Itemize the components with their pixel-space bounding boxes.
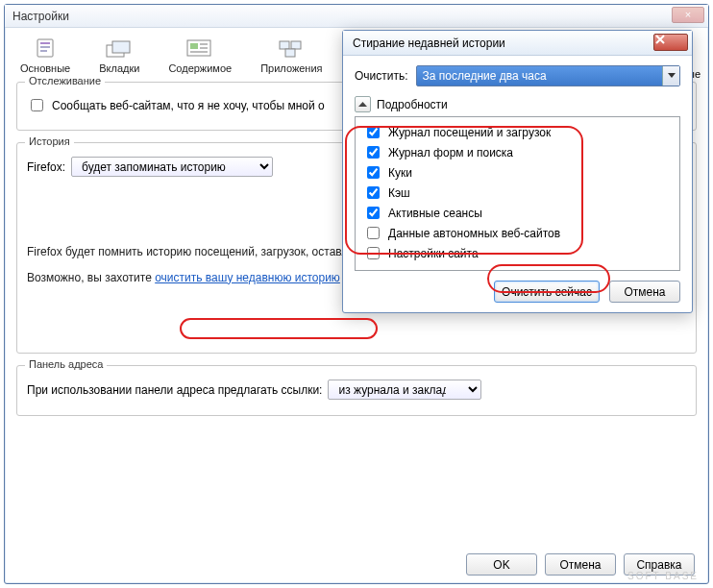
checklist-label: Куки: [388, 166, 412, 180]
cancel-button[interactable]: Отмена: [545, 553, 616, 576]
clear-now-button[interactable]: Очистить сейчас: [494, 281, 600, 303]
tab-tabs-label: Вкладки: [99, 62, 139, 74]
dnt-checkbox[interactable]: [31, 99, 43, 111]
checklist-item: Журнал форм и поиска: [363, 143, 672, 161]
tab-applications-label: Приложения: [260, 62, 322, 74]
window-close-icon[interactable]: ×: [672, 7, 704, 23]
svg-rect-9: [200, 47, 208, 49]
tab-general-label: Основные: [20, 62, 70, 74]
details-toggle-button[interactable]: [355, 96, 371, 112]
watermark: SOFT BASE: [627, 571, 699, 581]
svg-rect-5: [112, 41, 130, 53]
checklist-item: Данные автономных веб-сайтов: [363, 224, 672, 242]
checklist-checkbox-6[interactable]: [367, 247, 380, 259]
checklist-label: Журнал форм и поиска: [388, 146, 513, 159]
clear-history-dialog: Стирание недавней истории Очистить: За п…: [342, 30, 693, 313]
checklist-label: Настройки сайта: [388, 247, 479, 260]
checklist-checkbox-2[interactable]: [367, 166, 380, 179]
checklist-checkbox-0[interactable]: [367, 126, 380, 138]
dialog-cancel-button[interactable]: Отмена: [609, 281, 680, 303]
tab-content[interactable]: Содержимое: [164, 34, 235, 76]
tab-general[interactable]: Основные: [16, 34, 74, 76]
svg-rect-2: [40, 46, 50, 48]
clear-recent-history-link[interactable]: очистить вашу недавнюю историю: [155, 271, 340, 284]
window-titlebar: Настройки ×: [5, 5, 708, 28]
tracking-group-title: Отслеживание: [25, 75, 105, 86]
checklist-item: Кэш: [363, 184, 672, 202]
tabs-icon: [104, 36, 135, 61]
svg-rect-10: [190, 51, 208, 53]
dnt-label: Сообщать веб-сайтам, что я не хочу, чтоб…: [52, 99, 325, 112]
combo-dropdown-icon: [662, 66, 679, 86]
addressbar-group-title: Панель адреса: [25, 358, 107, 370]
svg-rect-1: [40, 42, 50, 44]
dialog-title: Стирание недавней истории: [353, 37, 505, 50]
general-icon: [30, 36, 61, 61]
time-range-combo[interactable]: За последние два часа: [416, 65, 680, 86]
dialog-titlebar: Стирание недавней истории: [343, 31, 692, 56]
tab-tabs[interactable]: Вкладки: [95, 34, 143, 76]
svg-rect-13: [285, 49, 295, 57]
checklist-item: Настройки сайта: [363, 244, 672, 262]
addressbar-group: Панель адреса При использовании панели а…: [16, 365, 697, 416]
svg-rect-8: [200, 43, 208, 45]
checklist-checkbox-5[interactable]: [367, 227, 380, 239]
svg-rect-7: [190, 43, 198, 49]
checklist-item: Журнал посещений и загрузок: [363, 123, 672, 141]
checklist-checkbox-4[interactable]: [367, 207, 380, 219]
history-mode-select[interactable]: будет запоминать историю: [71, 157, 273, 177]
svg-rect-12: [291, 41, 301, 49]
addressbar-suggest-select[interactable]: из журнала и закладок: [328, 380, 481, 400]
history-group-title: История: [25, 135, 74, 147]
dialog-close-button[interactable]: [653, 34, 688, 51]
checklist-item: Активные сеансы: [363, 204, 672, 222]
checklist-checkbox-1[interactable]: [367, 146, 380, 159]
checklist-checkbox-3[interactable]: [367, 186, 380, 199]
details-checklist: Журнал посещений и загрузокЖурнал форм и…: [355, 116, 680, 271]
applications-icon: [276, 36, 307, 61]
firefox-label: Firefox:: [27, 160, 65, 174]
content-icon: [184, 36, 215, 61]
tab-applications[interactable]: Приложения: [257, 34, 326, 76]
svg-rect-3: [40, 50, 47, 52]
checklist-label: Кэш: [388, 186, 410, 200]
settings-window: Настройки × Основные Вкладки Содержим: [4, 4, 709, 584]
checklist-label: Активные сеансы: [388, 207, 482, 220]
tab-content-label: Содержимое: [168, 62, 232, 74]
checklist-label: Журнал посещений и загрузок: [388, 126, 551, 139]
window-title: Настройки: [12, 10, 69, 23]
clear-range-label: Очистить:: [355, 69, 408, 83]
checklist-label: Данные автономных веб-сайтов: [388, 227, 560, 240]
checklist-item: Куки: [363, 163, 672, 182]
ok-button[interactable]: OK: [466, 553, 537, 576]
details-label: Подробности: [377, 98, 448, 111]
addressbar-label: При использовании панели адреса предлага…: [27, 383, 322, 397]
svg-rect-11: [280, 41, 289, 49]
